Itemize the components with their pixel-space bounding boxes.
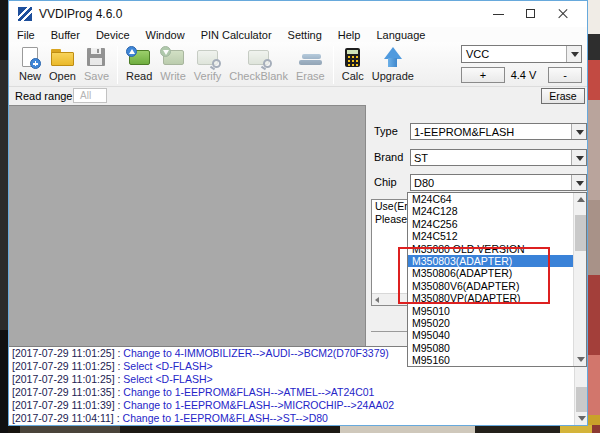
vcc-selected-value: VCC bbox=[466, 48, 489, 60]
open-folder-icon bbox=[51, 45, 74, 69]
chip-option[interactable]: M24C64 bbox=[408, 193, 573, 205]
new-button[interactable]: New bbox=[15, 44, 45, 85]
write-chip-icon bbox=[163, 45, 184, 69]
voltage-minus-button[interactable]: - bbox=[548, 67, 582, 83]
save-button: Save bbox=[80, 44, 113, 85]
open-button[interactable]: Open bbox=[45, 44, 80, 85]
chevron-down-icon[interactable] bbox=[566, 46, 581, 62]
chip-option[interactable]: M95040 bbox=[408, 329, 573, 341]
minimize-icon bbox=[493, 14, 504, 15]
window-controls bbox=[483, 1, 579, 27]
toolbar: New Open Save Read Write Verify CheckBla… bbox=[9, 42, 587, 87]
photo-background-bottom bbox=[0, 425, 600, 433]
menu-setting[interactable]: Setting bbox=[280, 29, 330, 41]
scrollbar-thumb[interactable] bbox=[575, 215, 586, 251]
voltage-controls: + 4.4 V - bbox=[461, 66, 582, 83]
scroll-down-icon[interactable] bbox=[578, 416, 586, 421]
maximize-button[interactable] bbox=[515, 1, 547, 27]
toolbar-separator bbox=[117, 46, 118, 84]
list-vertical-scrollbar[interactable] bbox=[573, 193, 586, 366]
write-button: Write bbox=[156, 44, 189, 85]
maximize-icon bbox=[526, 9, 535, 18]
chip-option[interactable]: M24C512 bbox=[408, 230, 573, 242]
scroll-down-icon[interactable] bbox=[577, 357, 585, 362]
scroll-up-icon[interactable] bbox=[577, 197, 585, 202]
chip-select[interactable]: D80 bbox=[410, 174, 587, 191]
window-title: VVDIProg 4.6.0 bbox=[39, 7, 122, 21]
photo-background-right bbox=[587, 0, 600, 433]
calculator-icon bbox=[345, 45, 360, 69]
erase-inc-button[interactable]: Erase INC bbox=[541, 88, 585, 104]
save-floppy-icon bbox=[87, 45, 105, 69]
log-entry: [2017-07-29 11:01:35] : Change to 1-EEPR… bbox=[9, 386, 587, 399]
buffer-display-area[interactable] bbox=[9, 105, 366, 346]
log-entry: [2017-07-29 11:01:39] : Change to 1-EEPR… bbox=[9, 399, 587, 412]
scrollbar-thumb[interactable] bbox=[576, 387, 587, 412]
toolbar-separator bbox=[333, 46, 334, 84]
type-label: Type bbox=[374, 125, 398, 137]
read-range-input[interactable]: All bbox=[73, 88, 107, 103]
chip-label: Chip bbox=[374, 176, 397, 188]
minimize-button[interactable] bbox=[483, 1, 515, 27]
chip-option[interactable]: M95020 bbox=[408, 317, 573, 329]
brand-select[interactable]: ST bbox=[410, 149, 587, 166]
scroll-left-icon[interactable] bbox=[372, 294, 384, 305]
menu-bar: File Buffer Device Window PIN Calculator… bbox=[9, 27, 587, 42]
menu-pin-calculator[interactable]: PIN Calculator bbox=[193, 29, 280, 41]
close-button[interactable] bbox=[547, 1, 579, 27]
read-range-label: Read range bbox=[15, 90, 73, 102]
chevron-down-icon[interactable] bbox=[571, 150, 586, 165]
new-file-icon bbox=[22, 45, 38, 69]
read-chip-icon bbox=[129, 45, 150, 69]
chip-option[interactable]: M95160 bbox=[408, 354, 573, 366]
read-button[interactable]: Read bbox=[122, 44, 156, 85]
verify-button: Verify bbox=[190, 44, 226, 85]
menu-help[interactable]: Help bbox=[330, 29, 369, 41]
chip-option[interactable]: M24C128 bbox=[408, 205, 573, 217]
voltage-plus-button[interactable]: + bbox=[461, 67, 505, 83]
type-select[interactable]: 1-EEPROM&FLASH bbox=[410, 123, 587, 140]
photo-background-left bbox=[0, 0, 8, 433]
chevron-down-icon[interactable] bbox=[571, 124, 586, 139]
app-window: VVDIProg 4.6.0 File Buffer Device Window… bbox=[8, 0, 588, 426]
menu-window[interactable]: Window bbox=[138, 29, 193, 41]
highlight-red-box bbox=[398, 247, 550, 304]
voltage-display: 4.4 V bbox=[505, 69, 542, 81]
log-entry: [2017-07-29 11:01:25] : Select <D-FLASH> bbox=[9, 373, 587, 386]
brand-label: Brand bbox=[374, 151, 403, 163]
menu-device[interactable]: Device bbox=[88, 29, 138, 41]
vcc-select[interactable]: VCC bbox=[461, 45, 582, 63]
calc-button[interactable]: Calc bbox=[338, 44, 368, 85]
chip-option[interactable]: M24C256 bbox=[408, 218, 573, 230]
menu-language[interactable]: Language bbox=[368, 29, 433, 41]
chip-option[interactable]: M95010 bbox=[408, 305, 573, 317]
checkblank-magnifier-icon bbox=[248, 45, 269, 69]
verify-magnifier-icon bbox=[197, 45, 218, 69]
read-range-bar: Read range All Erase INC bbox=[9, 87, 587, 105]
erase-icon bbox=[299, 45, 322, 69]
upgrade-button[interactable]: Upgrade bbox=[368, 44, 418, 85]
chevron-down-icon[interactable] bbox=[571, 175, 586, 190]
log-entry: [2017-07-29 11:04:11] : Change to 1-EEPR… bbox=[9, 412, 587, 425]
menu-file[interactable]: File bbox=[9, 29, 43, 41]
erase-button: Erase bbox=[292, 44, 329, 85]
app-logo-icon bbox=[18, 7, 32, 21]
menu-buffer[interactable]: Buffer bbox=[43, 29, 88, 41]
checkblank-button: CheckBlank bbox=[225, 44, 292, 85]
title-bar: VVDIProg 4.6.0 bbox=[9, 1, 587, 27]
upgrade-arrow-icon bbox=[383, 45, 403, 69]
chip-option[interactable]: M95080 bbox=[408, 342, 573, 354]
